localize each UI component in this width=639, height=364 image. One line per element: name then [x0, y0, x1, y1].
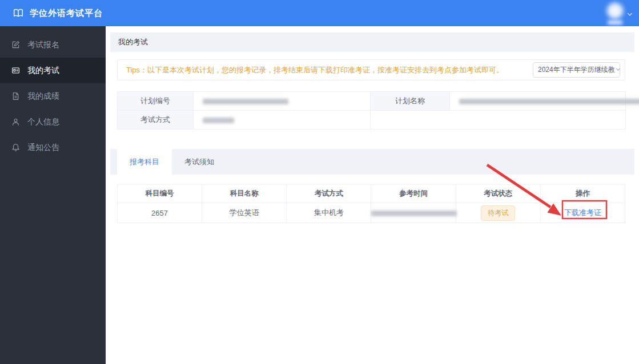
app-window: 学位外语考试平台 考试报名 [0, 0, 639, 364]
subject-row: 2657 学位英语 集中机考 待考试 下载准考证 [118, 203, 625, 223]
sidebar-item-label: 我的成绩 [27, 91, 59, 102]
plan-info-row: 计划编号 计划名称 [118, 92, 626, 111]
main-content: 我的考试 Tips：以下是本次考试计划，您的报考记录，排考结束后请下载打印准考证… [106, 26, 639, 364]
sidebar: 考试报名 我的考试 我的成绩 [0, 26, 106, 364]
subject-status: 待考试 [456, 203, 540, 223]
edit-icon [11, 41, 20, 49]
tab-strip: 报考科目 考试须知 [110, 149, 634, 175]
redacted-value [371, 211, 457, 216]
top-navbar: 学位外语考试平台 [0, 0, 639, 26]
redacted-value [203, 118, 234, 123]
sidebar-item-label: 我的考试 [27, 66, 59, 76]
term-select-dropdown[interactable]: 2024年下半年学历继续教 [533, 62, 620, 78]
col-subject-code: 科目编号 [118, 185, 202, 203]
sidebar-item-label: 通知公告 [27, 143, 59, 153]
score-document-icon [11, 92, 20, 100]
sidebar-item-profile[interactable]: 个人信息 [0, 109, 106, 135]
plan-no-label: 计划编号 [118, 92, 194, 111]
term-select-value: 2024年下半年学历继续教 [538, 65, 615, 75]
user-name-redacted [608, 21, 622, 25]
sidebar-item-my-scores[interactable]: 我的成绩 [0, 83, 106, 109]
exam-mode-label: 考试方式 [118, 111, 194, 130]
plan-name-label: 计划名称 [371, 92, 450, 111]
sidebar-item-label: 个人信息 [27, 117, 59, 127]
redacted-value [459, 99, 639, 104]
redacted-value [203, 99, 288, 104]
subjects-table: 科目编号 科目名称 考试方式 参考时间 考试状态 操作 2657 学位英语 集中… [117, 184, 625, 223]
download-admission-ticket-link[interactable]: 下载准考证 [564, 208, 601, 217]
avatar[interactable] [607, 3, 623, 19]
tips-banner: Tips：以下是本次考试计划，您的报考记录，排考结束后请下载打印准考证，按准考证… [117, 59, 625, 80]
col-actions: 操作 [540, 185, 625, 203]
empty-cell [371, 111, 626, 130]
subject-code: 2657 [118, 203, 202, 223]
person-icon [11, 118, 20, 126]
user-menu[interactable] [607, 3, 633, 25]
chevron-down-icon [615, 66, 621, 74]
plan-name-value [450, 92, 626, 111]
page-title: 我的考试 [110, 33, 634, 52]
sidebar-item-label: 考试报名 [27, 40, 59, 50]
col-exam-status: 考试状态 [456, 185, 540, 203]
subjects-header-row: 科目编号 科目名称 考试方式 参考时间 考试状态 操作 [118, 185, 625, 203]
subject-name: 学位英语 [202, 203, 287, 223]
exam-card-icon [11, 66, 20, 75]
app-brand: 学位外语考试平台 [0, 8, 103, 19]
sidebar-item-my-exams[interactable]: 我的考试 [0, 58, 106, 83]
open-book-icon [13, 8, 24, 18]
subject-exam-mode: 集中机考 [287, 203, 371, 223]
app-title: 学位外语考试平台 [30, 8, 103, 19]
subject-actions: 下载准考证 [540, 203, 625, 223]
col-exam-time: 参考时间 [371, 185, 456, 203]
chevron-down-icon[interactable] [626, 10, 633, 20]
col-exam-mode: 考试方式 [287, 185, 371, 203]
plan-info-row: 考试方式 [118, 111, 626, 130]
sidebar-item-notices[interactable]: 通知公告 [0, 135, 106, 160]
plan-no-value [194, 92, 371, 111]
tab-registered-subjects[interactable]: 报考科目 [117, 149, 172, 175]
bell-icon [11, 143, 20, 152]
subject-exam-time [371, 203, 456, 223]
tips-text: Tips：以下是本次考试计划，您的报考记录，排考结束后请下载打印准考证，按准考证… [118, 60, 529, 80]
plan-info-table: 计划编号 计划名称 考试方式 [117, 91, 626, 130]
status-badge: 待考试 [481, 205, 515, 221]
sidebar-item-exam-signup[interactable]: 考试报名 [0, 32, 106, 58]
tab-exam-notice[interactable]: 考试须知 [172, 149, 227, 175]
col-subject-name: 科目名称 [202, 185, 287, 203]
exam-mode-value [194, 111, 371, 130]
